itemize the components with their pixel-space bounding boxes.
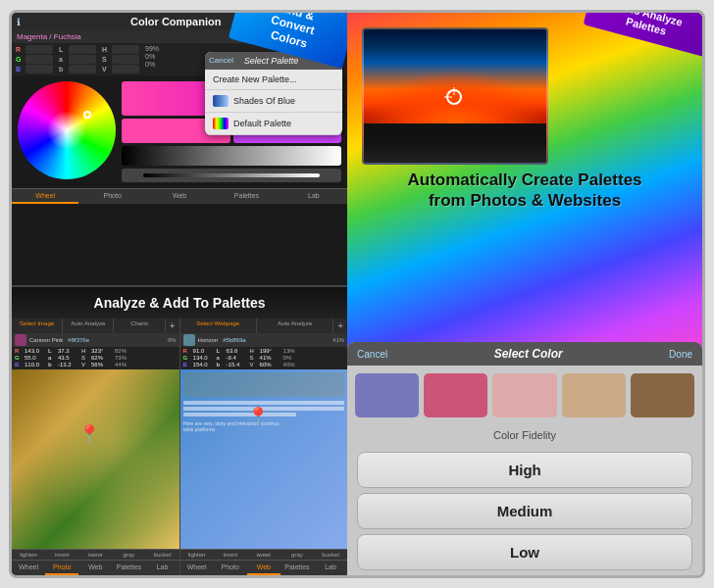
btn-invert-1[interactable]: invert [45, 550, 78, 560]
gray-gradient-strip[interactable] [122, 146, 341, 166]
sub-bottom-tabs-1: lighten invert tweet gray bucket [12, 549, 179, 560]
wheel-cursor [83, 111, 91, 119]
a-input[interactable]: 96.4 [69, 55, 96, 64]
v-input[interactable]: 100% [112, 65, 139, 74]
h-input[interactable]: 297° [112, 45, 139, 54]
sub-color-preview-1 [15, 334, 26, 346]
sub-tab-select-image[interactable]: Select Image [12, 318, 63, 333]
s-input[interactable]: 0 [112, 55, 139, 64]
btn-invert-2[interactable]: invert [214, 550, 247, 560]
swatch-4[interactable] [562, 373, 626, 417]
sub-b-1: 110.0 [25, 362, 46, 368]
app-title: Color Companion [130, 16, 221, 27]
btab-lab-1[interactable]: Lab [145, 561, 178, 575]
bottom-main-tabs-2: Wheel Photo Web Palettes Lab [180, 560, 348, 575]
sub-v-2: 60% [260, 362, 281, 368]
b-input[interactable]: 255.0 [26, 65, 53, 74]
sub-h-2: 199° [260, 348, 281, 354]
b2-input[interactable]: -63.8 [69, 65, 96, 74]
sub-l-1: 37.3 [58, 348, 79, 354]
pct-group: 99% 0% 0% [145, 45, 159, 74]
tab-wheel[interactable]: Wheel [12, 189, 78, 204]
btab-lab-2[interactable]: Lab [314, 561, 347, 575]
btab-photo-2[interactable]: Photo [214, 561, 247, 575]
sub-color-row-2: Horizon #5b869a 41% [180, 333, 348, 347]
btn-tweet-1[interactable]: tweet [78, 550, 112, 560]
sub-r-1: 143.0 [25, 348, 46, 354]
add-palette-btn-2[interactable]: + [333, 318, 347, 333]
btab-wheel-2[interactable]: Wheel [180, 561, 214, 575]
sub-val-rows-1: R143.0L37.3H323°82% G55.0a43.5S62%73% B1… [12, 347, 179, 369]
btab-palettes-1[interactable]: Palettes [112, 561, 145, 575]
popup-palette-item-1[interactable]: Shades Of Blue [205, 90, 342, 113]
color-wheel[interactable] [18, 81, 116, 179]
sub-vpct-1: 44% [115, 362, 127, 368]
bottom-main-tabs-1: Wheel Photo Web Palettes Lab [12, 560, 179, 575]
sub-vpct-2: 40% [283, 362, 295, 368]
btn-bucket-2[interactable]: bucket [314, 550, 347, 560]
g-input[interactable]: 3.0 [26, 55, 53, 64]
fidelity-high-btn[interactable]: High [357, 452, 692, 488]
v-pct: 0% [145, 61, 155, 68]
color-companion-top: Find &ConvertColors ℹ Color Companion 4%… [12, 13, 347, 287]
sub-g-2: 134.0 [193, 355, 215, 361]
btn-gray-2[interactable]: gray [280, 550, 314, 560]
sub-tab-charts[interactable]: Charts [114, 318, 165, 333]
btn-lighten-2[interactable]: lighten [180, 550, 214, 560]
slider-area[interactable] [122, 169, 341, 182]
sunset-photo [362, 27, 548, 165]
btab-web-1[interactable]: Web [78, 561, 112, 575]
sub-color-preview-2 [183, 334, 195, 346]
sub-h-1: 323° [91, 348, 113, 354]
tab-palettes[interactable]: Palettes [213, 189, 280, 204]
food-image-area[interactable]: 📍 [12, 369, 179, 549]
sub-s-1: 62% [91, 355, 113, 361]
right-panel: Auto AnalyzePalettes Automatically Creat… [347, 13, 702, 575]
l-input[interactable]: 58.5 [69, 45, 96, 54]
sub-tab-auto-analyze-2[interactable]: Auto Analyze [257, 318, 333, 333]
fidelity-low-btn[interactable]: Low [357, 534, 692, 570]
tab-web[interactable]: Web [146, 189, 213, 204]
sub-r-2: 91.0 [193, 348, 215, 354]
sub-bottom-tabs-2: lighten invert tweet gray bucket [180, 549, 348, 560]
sheet-header: Cancel Select Color Done [347, 342, 702, 366]
info-icon[interactable]: ℹ [17, 17, 21, 27]
sub-b2-2: -15.4 [227, 362, 248, 368]
palette-swatch-2 [213, 118, 229, 129]
tab-photo[interactable]: Photo [78, 189, 145, 204]
btab-wheel-1[interactable]: Wheel [12, 561, 45, 575]
sheet-title: Select Color [494, 347, 563, 361]
sub-tab-auto-analyze-1[interactable]: Auto Analyze [63, 318, 114, 333]
analyze-banner: Analyze & Add To Palettes [12, 287, 347, 318]
btn-tweet-2[interactable]: tweet [247, 550, 280, 560]
btn-bucket-1[interactable]: bucket [145, 550, 178, 560]
sheet-cancel-btn[interactable]: Cancel [357, 349, 387, 360]
fidelity-medium-btn[interactable]: Medium [357, 493, 692, 529]
btab-photo-1[interactable]: Photo [45, 561, 78, 575]
swatch-5[interactable] [631, 373, 694, 417]
sub-panel-image: Select Image Auto Analyze Charts + Canno… [12, 318, 180, 575]
swatch-1[interactable] [355, 373, 419, 417]
swatch-2[interactable] [424, 373, 487, 417]
tab-lab[interactable]: Lab [280, 189, 347, 204]
r-input[interactable]: 244.0 [26, 45, 53, 54]
btn-lighten-1[interactable]: lighten [12, 550, 45, 560]
add-palette-btn-1[interactable]: + [166, 318, 179, 333]
palette-label-2: Default Palette [233, 119, 291, 128]
popup-cancel-btn[interactable]: Cancel [209, 56, 233, 66]
sub-hex-1: #8f376e [68, 337, 89, 343]
sub-tab-select-webpage[interactable]: Select Webpage [180, 318, 257, 333]
popup-palette-item-2[interactable]: Default Palette [205, 113, 342, 135]
left-bottom-panels: Select Image Auto Analyze Charts + Canno… [12, 318, 347, 575]
sub-spct-2: 0% [283, 355, 292, 361]
sheet-done-btn[interactable]: Done [669, 349, 692, 360]
btab-palettes-2[interactable]: Palettes [280, 561, 314, 575]
sub-val-rows-2: R91.0L63.6H199°13% G134.0a-9.4S41%0% B15… [180, 347, 348, 369]
swatch-3[interactable] [492, 373, 556, 417]
popup-create-item[interactable]: Create New Palette... [205, 70, 342, 90]
btn-gray-1[interactable]: gray [112, 550, 145, 560]
webpage-image-area[interactable]: Here are very, story and interaction con… [180, 369, 348, 549]
sub-color-name-2: Horizon [198, 337, 219, 343]
btab-web-2[interactable]: Web [247, 561, 280, 575]
brightness-slider[interactable] [143, 173, 319, 177]
